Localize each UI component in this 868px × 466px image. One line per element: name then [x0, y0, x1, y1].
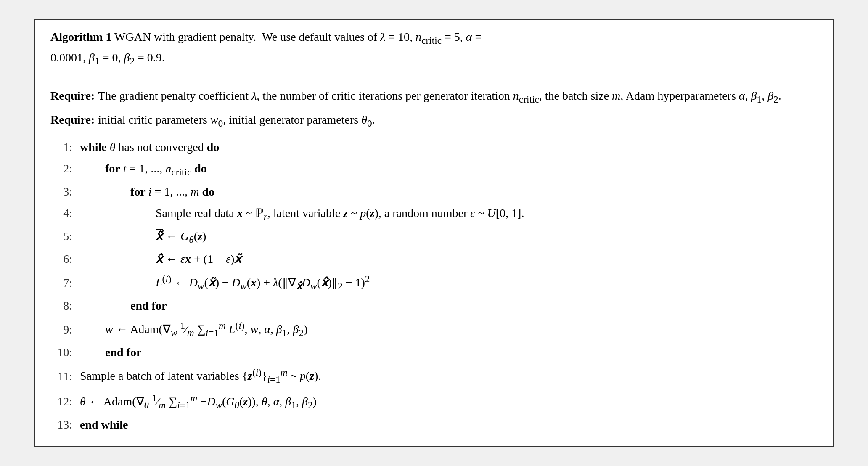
algorithm-header: Algorithm 1 WGAN with gradient penalty. … [35, 20, 833, 77]
require-1: Require: The gradient penalty coefficien… [50, 85, 818, 109]
line-3-content: for i = 1, ..., m do [80, 183, 818, 201]
line-1-num: 1: [50, 138, 80, 157]
require-2: Require: initial critic parameters w0, i… [50, 109, 818, 133]
line-7: 7: L(i) ← Dw(x̃) − Dw(x) + λ(‖∇x̂Dw(x̂)‖… [50, 270, 818, 295]
line-4: 4: Sample real data x ~ ℙr, latent varia… [50, 203, 818, 226]
line-6-num: 6: [50, 250, 80, 269]
line-1: 1: while θ has not converged do [50, 137, 818, 158]
line-8-num: 8: [50, 297, 80, 315]
algorithm-title-bold: Algorithm 1 [50, 30, 111, 43]
line-11-content: Sample a batch of latent variables {z(i)… [80, 365, 818, 387]
line-10: 10: end for [50, 342, 818, 363]
line-2: 2: for t = 1, ..., ncritic do [50, 158, 818, 181]
line-7-num: 7: [50, 274, 80, 293]
line-8-content: end for [80, 297, 818, 315]
line-3: 3: for i = 1, ..., m do [50, 181, 818, 203]
line-2-num: 2: [50, 159, 80, 178]
algorithm-title-text: WGAN with gradient penalty. We use defau… [114, 30, 482, 43]
line-10-content: end for [80, 343, 818, 362]
algorithm-title-line2: 0.0001, β1 = 0, β2 = 0.9. [50, 51, 165, 64]
line-1-content: while θ has not converged do [80, 138, 818, 157]
line-12-content: θ ← Adam(∇θ 1⁄m ∑i=1m −Dw(Gθ(z)), θ, α, … [80, 390, 818, 413]
require-2-content: initial critic parameters w0, initial ge… [98, 111, 818, 131]
line-13-num: 13: [50, 416, 80, 434]
line-5-content: x̃ ← Gθ(z) [80, 227, 818, 248]
line-9: 9: w ← Adam(∇w 1⁄m ∑i=1m L(i), w, α, β1,… [50, 317, 818, 342]
line-5-num: 5: [50, 227, 80, 246]
line-9-num: 9: [50, 320, 80, 339]
line-6: 6: x̂ ← εx + (1 − ε)x̃ [50, 249, 818, 270]
algorithm-body: Require: The gradient penalty coefficien… [35, 77, 833, 445]
line-4-content: Sample real data x ~ ℙr, latent variable… [80, 204, 818, 225]
line-13-content: end while [80, 416, 818, 434]
line-10-num: 10: [50, 343, 80, 362]
line-8: 8: end for [50, 295, 818, 317]
line-12: 12: θ ← Adam(∇θ 1⁄m ∑i=1m −Dw(Gθ(z)), θ,… [50, 389, 818, 414]
line-7-content: L(i) ← Dw(x̃) − Dw(x) + λ(‖∇x̂Dw(x̂)‖2 −… [80, 271, 818, 294]
require-2-label: Require: [50, 111, 95, 131]
algorithm-box: Algorithm 1 WGAN with gradient penalty. … [34, 19, 834, 446]
separator [50, 135, 818, 135]
line-12-num: 12: [50, 392, 80, 411]
line-9-content: w ← Adam(∇w 1⁄m ∑i=1m L(i), w, α, β1, β2… [80, 318, 818, 341]
line-2-content: for t = 1, ..., ncritic do [80, 159, 818, 180]
require-1-label: Require: [50, 87, 95, 107]
line-5: 5: x̃ ← Gθ(z) [50, 226, 818, 249]
line-11: 11: Sample a batch of latent variables {… [50, 363, 818, 389]
line-3-num: 3: [50, 183, 80, 201]
line-13: 13: end while [50, 414, 818, 436]
line-11-num: 11: [50, 367, 80, 386]
line-4-num: 4: [50, 204, 80, 223]
line-6-content: x̂ ← εx + (1 − ε)x̃ [80, 250, 818, 269]
require-1-content: The gradient penalty coefficient λ, the … [98, 87, 818, 107]
